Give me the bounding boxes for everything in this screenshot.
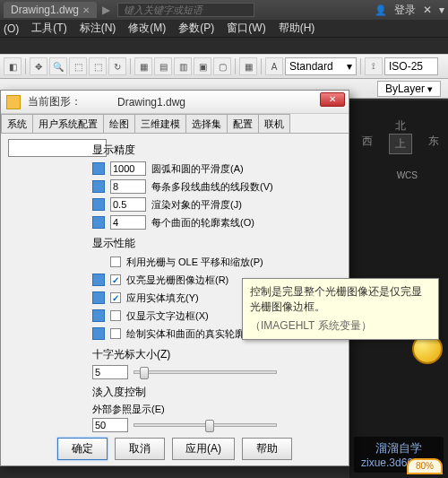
dwg-icon [92,274,105,286]
bylayer-value: ByLayer [385,83,425,95]
zoom-badge: 80% [407,458,443,474]
text-style-combo[interactable]: Standard ▾ [285,57,357,75]
group-crosshair: 十字光标大小(Z) [92,347,341,379]
tool-btn-zoom[interactable]: 🔍 [49,57,67,75]
tool-btn-7[interactable]: ▤ [154,57,172,75]
main-toolbar: ◧ ✥ 🔍 ⬚ ⬚ ↻ ▦ ▤ ▥ ▣ ▢ ▦ A Standard ▾ ⟟ I… [0,54,448,79]
watermark-cn: 溜溜自学 [361,440,436,456]
tab-draw[interactable]: 绘图 [103,114,135,133]
compass-n: 北 [362,118,439,134]
dim-style-value: ISO-25 [389,60,423,73]
tab-3d[interactable]: 三维建模 [134,114,186,133]
highlight-frame-checkbox[interactable] [110,274,121,285]
tool-btn-dim-icon[interactable]: ⟟ [365,57,383,75]
menu-help[interactable]: 帮助(H) [279,21,315,36]
tab-user[interactable]: 用户系统配置 [32,114,104,133]
dim-style-combo[interactable]: ISO-25 [384,57,438,75]
tooltip-sysvar: （IMAGEHLT 系统变量） [250,318,431,334]
solid-fill-checkbox[interactable] [110,292,121,303]
raster-ole-checkbox[interactable] [110,256,121,267]
raster-ole-label: 利用光栅与 OLE 平移和缩放(P) [126,256,263,269]
menu-o[interactable]: (O) [4,22,19,35]
poly-seg-input[interactable] [110,179,146,194]
dwg-icon [92,180,105,193]
chevron-down-icon: ▾ [347,60,352,73]
group-fade: 淡入度控制 外部参照显示(E) 在位编辑和注释性表达(I) [92,385,341,437]
display-perf-title: 显示性能 [92,236,341,251]
search-input[interactable] [117,3,254,17]
true-silhouette-checkbox[interactable] [110,328,121,339]
dropdown-icon[interactable]: ▾ [439,4,444,16]
dwg-icon [92,198,105,211]
tab-config[interactable]: 配置 [227,114,259,133]
crosshair-title: 十字光标大小(Z) [92,347,341,362]
compass-w: 西 [362,134,373,154]
dwg-icon [92,216,105,229]
tab-select[interactable]: 选择集 [185,114,228,133]
separator [130,58,131,74]
separator [261,58,262,74]
tool-btn-4[interactable]: ⬚ [89,57,107,75]
document-tab[interactable]: Drawing1.dwg ✕ [4,2,97,18]
tool-btn-5[interactable]: ↻ [108,57,126,75]
wcs-label: WCS [397,170,418,180]
xref-label: 外部参照显示(E) [92,403,341,416]
crosshair-slider[interactable] [134,370,277,374]
help-button[interactable]: 帮助 [242,438,292,460]
apply-button[interactable]: 应用(A) [172,438,235,460]
text-style-value: Standard [289,60,333,73]
login-label[interactable]: 登录 [394,3,416,18]
slider-thumb[interactable] [205,420,214,432]
drawing-icon [6,95,21,109]
dwg-icon [92,162,105,175]
fade-title: 淡入度控制 [92,385,341,400]
menu-modify[interactable]: 修改(M) [128,21,166,36]
separator [235,58,236,74]
dwg-icon [92,291,105,304]
tool-btn-8[interactable]: ▥ [174,57,192,75]
dwg-icon [92,309,105,322]
tool-btn-9[interactable]: ▣ [194,57,211,75]
tool-btn-11[interactable]: ▦ [239,57,257,75]
tab-close-icon[interactable]: ✕ [82,5,90,15]
true-silhouette-label: 绘制实体和曲面的真实轮廓(W) [126,327,261,341]
cancel-button[interactable]: 取消 [115,438,165,460]
tool-btn-6[interactable]: ▦ [134,57,152,75]
crosshair-input[interactable] [92,365,128,379]
xref-slider[interactable] [134,423,277,427]
dialog-close-button[interactable]: ✕ [320,92,345,107]
xref-input[interactable] [92,418,128,432]
separator [360,58,361,74]
arc-smooth-input[interactable] [110,161,146,176]
bylayer-combo[interactable]: ByLayer ▾ [377,81,441,97]
dialog-button-row: 确定 取消 应用(A) 帮助 [1,438,349,460]
slider-thumb[interactable] [140,367,149,379]
tool-btn-10[interactable]: ▢ [213,57,231,75]
tool-btn-text-icon[interactable]: A [265,57,283,75]
dialog-title-bar: 当前图形： Drawing1.dwg [1,91,349,114]
tab-online[interactable]: 联机 [258,114,290,133]
text-frame-checkbox[interactable] [110,310,121,321]
menu-annotate[interactable]: 标注(N) [80,21,116,36]
document-name: Drawing1.dwg [11,4,79,16]
group-display-accuracy: 显示精度 圆弧和圆的平滑度(A) 每条多段线曲线的线段数(V) 渲染对象的平滑度… [92,143,341,230]
surface-lines-input[interactable] [110,215,146,230]
menu-tools[interactable]: 工具(T) [31,21,66,36]
render-smooth-input[interactable] [110,197,146,212]
surface-lines-label: 每个曲面的轮廓素线(O) [151,216,254,230]
view-cube[interactable]: 北 西 上 东 [362,118,439,154]
menu-param[interactable]: 参数(P) [178,21,214,36]
login-icon[interactable]: 👤 [375,4,387,16]
tool-btn-1[interactable]: ◧ [4,57,22,75]
tool-btn-3[interactable]: ⬚ [69,57,87,75]
tab-system[interactable]: 系统 [1,114,33,133]
menu-window[interactable]: 窗口(W) [227,21,265,36]
exchange-icon[interactable]: ✕ [423,4,432,16]
separator [25,58,26,74]
current-drawing-file: Drawing1.dwg [117,96,185,109]
current-drawing-label: 当前图形： [28,94,82,109]
tool-btn-pan[interactable]: ✥ [30,57,47,75]
ok-button[interactable]: 确定 [57,438,108,460]
text-frame-label: 仅显示文字边框(X) [126,309,209,323]
tooltip-text: 控制是完显整个光栅图像还是仅完显光栅图像边框。 [250,284,431,315]
